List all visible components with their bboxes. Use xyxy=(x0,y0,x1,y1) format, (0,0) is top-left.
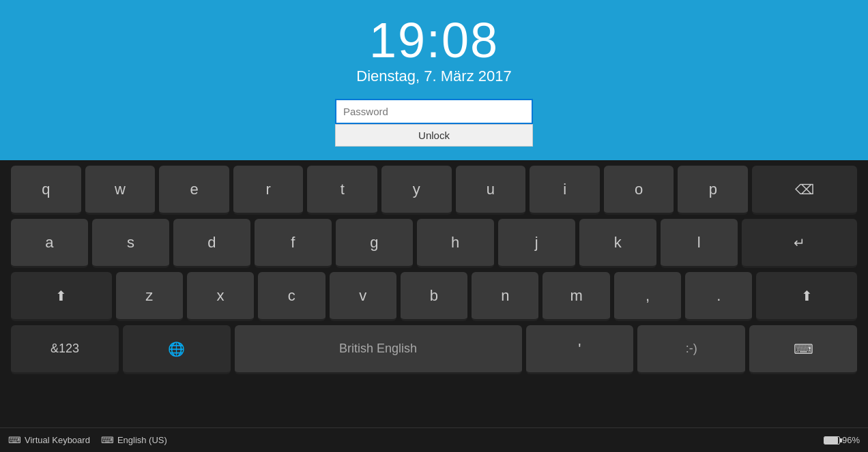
key-row-2: a s d f g h j k l ↵ xyxy=(11,219,857,268)
backspace-key[interactable]: ⌫ xyxy=(752,166,857,215)
password-input[interactable] xyxy=(335,99,533,124)
key-row-4: &123 🌐 British English ' :-) ⌨ xyxy=(11,325,857,374)
key-comma[interactable]: , xyxy=(614,272,681,321)
battery-percent: 96% xyxy=(842,435,860,445)
space-key[interactable]: British English xyxy=(235,325,522,374)
key-o[interactable]: o xyxy=(604,166,674,215)
num-key[interactable]: &123 xyxy=(11,325,119,374)
key-l[interactable]: l xyxy=(661,219,738,268)
battery-indicator: 96% xyxy=(824,435,860,445)
layout-label: ⌨ English (US) xyxy=(101,435,167,445)
key-d[interactable]: d xyxy=(173,219,250,268)
status-bar: ⌨ Virtual Keyboard ⌨ English (US) 96% xyxy=(0,427,868,452)
battery-bar xyxy=(824,436,840,445)
key-e[interactable]: e xyxy=(159,166,229,215)
key-row-1: q w e r t y u i o p ⌫ xyxy=(11,166,857,215)
key-z[interactable]: z xyxy=(116,272,183,321)
key-c[interactable]: c xyxy=(258,272,325,321)
key-row-3: ⬆ z x c v b n m , . ⬆ xyxy=(11,272,857,321)
virtual-keyboard-label: ⌨ Virtual Keyboard xyxy=(8,435,90,445)
keyboard-area: q w e r t y u i o p ⌫ a s d f g h j k l … xyxy=(0,160,868,427)
date-display: Dienstag, 7. März 2017 xyxy=(356,67,511,85)
key-m[interactable]: m xyxy=(542,272,609,321)
hide-keyboard-key[interactable]: ⌨ xyxy=(749,325,857,374)
key-n[interactable]: n xyxy=(472,272,538,321)
battery-fill xyxy=(824,437,838,444)
emoji-key[interactable]: :-) xyxy=(637,325,745,374)
key-f[interactable]: f xyxy=(255,219,332,268)
key-r[interactable]: r xyxy=(233,166,304,215)
lock-screen: 19:08 Dienstag, 7. März 2017 Unlock xyxy=(0,0,868,160)
keyboard-icon: ⌨ xyxy=(8,435,21,445)
key-p[interactable]: p xyxy=(678,166,748,215)
enter-key[interactable]: ↵ xyxy=(742,219,857,268)
key-j[interactable]: j xyxy=(498,219,575,268)
key-a[interactable]: a xyxy=(11,219,88,268)
key-g[interactable]: g xyxy=(336,219,413,268)
key-q[interactable]: q xyxy=(11,166,81,215)
unlock-button[interactable]: Unlock xyxy=(335,124,533,147)
apostrophe-key[interactable]: ' xyxy=(526,325,634,374)
status-right: 96% xyxy=(824,435,860,445)
key-i[interactable]: i xyxy=(530,166,600,215)
key-h[interactable]: h xyxy=(417,219,494,268)
clock-display: 19:08 xyxy=(369,14,499,67)
key-b[interactable]: b xyxy=(401,272,467,321)
key-x[interactable]: x xyxy=(187,272,254,321)
key-period[interactable]: . xyxy=(685,272,752,321)
key-v[interactable]: v xyxy=(330,272,396,321)
status-left: ⌨ Virtual Keyboard ⌨ English (US) xyxy=(8,435,824,445)
globe-key[interactable]: 🌐 xyxy=(123,325,231,374)
key-w[interactable]: w xyxy=(85,166,156,215)
key-k[interactable]: k xyxy=(579,219,656,268)
layout-icon: ⌨ xyxy=(101,435,114,445)
key-y[interactable]: y xyxy=(381,166,452,215)
shift-left-key[interactable]: ⬆ xyxy=(11,272,112,321)
layout-text: English (US) xyxy=(117,435,167,445)
key-t[interactable]: t xyxy=(307,166,377,215)
key-u[interactable]: u xyxy=(456,166,526,215)
virtual-keyboard-text: Virtual Keyboard xyxy=(25,435,90,445)
key-s[interactable]: s xyxy=(92,219,169,268)
shift-right-key[interactable]: ⬆ xyxy=(756,272,857,321)
